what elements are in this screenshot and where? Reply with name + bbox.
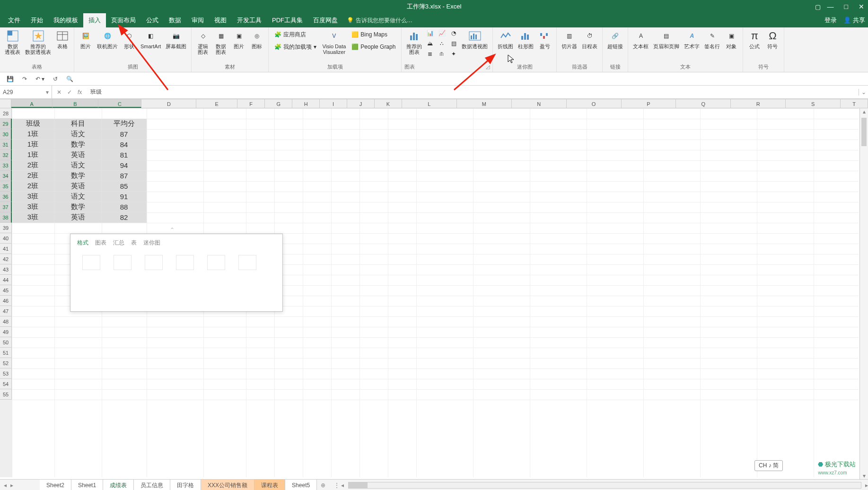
sheet-tab-田字格[interactable]: 田字格 (170, 480, 201, 490)
lens-tab-sparkline[interactable]: 迷你图 (143, 239, 160, 247)
col-header-B[interactable]: B (53, 99, 98, 108)
cell-C35[interactable]: 85 (102, 181, 147, 192)
cell-B36[interactable]: 语文 (54, 192, 102, 202)
row-header-30[interactable]: 30 (0, 129, 12, 140)
lens-opt-4[interactable] (174, 255, 196, 281)
combo-chart-icon[interactable]: ⫙ (437, 49, 447, 59)
tell-me-search[interactable]: 💡告诉我您想要做什么… (347, 17, 412, 25)
table-button[interactable]: 表格 (54, 28, 71, 50)
fx-icon[interactable]: fx (78, 89, 82, 96)
row-header-50[interactable]: 50 (0, 337, 12, 348)
ime-indicator[interactable]: CH ♪ 简 (754, 460, 783, 471)
hyperlink-button[interactable]: 🔗超链接 (605, 28, 625, 50)
lens-tab-table[interactable]: 表 (131, 239, 137, 247)
sparkline-line-button[interactable]: 折线图 (496, 28, 515, 50)
cell-C38[interactable]: 82 (102, 212, 147, 223)
sheet-tab-Sheet1[interactable]: Sheet1 (71, 480, 103, 490)
row-header-42[interactable]: 42 (0, 254, 12, 264)
line-chart-icon[interactable]: 📈 (437, 28, 447, 38)
cell-B35[interactable]: 英语 (54, 181, 102, 192)
cell-B38[interactable]: 英语 (54, 212, 102, 223)
cell-C33[interactable]: 94 (102, 160, 147, 171)
surface-chart-icon[interactable]: ▤ (448, 39, 459, 48)
col-header-N[interactable]: N (512, 99, 567, 108)
cell-C31[interactable]: 84 (102, 140, 147, 150)
headerfooter-button[interactable]: ▤页眉和页脚 (651, 28, 681, 50)
sheet-nav-next[interactable]: ▸ (10, 482, 13, 489)
cancel-formula-icon[interactable]: ✕ (57, 89, 61, 96)
vertical-scrollbar[interactable]: ▴ ▾ (859, 108, 868, 479)
cell-C37[interactable]: 88 (102, 202, 147, 212)
stock-chart-icon[interactable]: ≣ (425, 49, 435, 59)
col-header-J[interactable]: J (347, 99, 375, 108)
people-graph-button[interactable]: 🟩People Graph (351, 42, 395, 52)
cell-A37[interactable]: 3班 (12, 202, 54, 212)
model-1-button[interactable]: ◇逻辑 图表 (194, 28, 211, 56)
row-header-47[interactable]: 47 (0, 306, 12, 316)
row-header-53[interactable]: 53 (0, 368, 12, 379)
tab-view[interactable]: 视图 (209, 13, 232, 27)
visio-button[interactable]: VVisio Data Visualizer (320, 28, 348, 56)
col-header-M[interactable]: M (457, 99, 512, 108)
spreadsheet-grid[interactable]: ABCDEFGHIJKLMNOPQRST 2829303132333435363… (0, 99, 868, 479)
tab-layout[interactable]: 页面布局 (106, 13, 141, 27)
row-header-28[interactable]: 28 (0, 108, 12, 119)
row-header-37[interactable]: 37 (0, 202, 12, 212)
model-2-button[interactable]: ▦数据 图表 (212, 28, 229, 56)
redo-icon[interactable]: ↷ (22, 76, 27, 82)
col-header-T[interactable]: T (841, 99, 868, 108)
col-header-G[interactable]: G (265, 99, 292, 108)
model-3-button[interactable]: ▣图片 (230, 28, 247, 50)
lens-opt-3[interactable] (142, 255, 165, 281)
col-header-F[interactable]: F (237, 99, 265, 108)
object-button[interactable]: ▣对象 (723, 28, 740, 50)
sparkline-column-button[interactable]: 柱形图 (516, 28, 535, 50)
scatter-chart-icon[interactable]: ∴ (437, 39, 447, 48)
screenshot-button[interactable]: 📷屏幕截图 (164, 28, 188, 50)
autosave-icon[interactable]: ▢ (815, 3, 821, 10)
share-button[interactable]: 👤 共享 (843, 16, 865, 25)
login-link[interactable]: 登录 (824, 16, 837, 25)
row-header-46[interactable]: 46 (0, 296, 12, 306)
lens-opt-6[interactable] (236, 255, 259, 281)
quick-analysis-lens[interactable]: ⌃ 格式 图表 汇总 表 迷你图 (70, 234, 283, 312)
namebox-dropdown-icon[interactable]: ▾ (46, 89, 49, 96)
col-header-S[interactable]: S (786, 99, 841, 108)
radar-chart-icon[interactable]: ✦ (448, 49, 459, 59)
row-header-55[interactable]: 55 (0, 389, 12, 400)
col-header-C[interactable]: C (98, 99, 142, 108)
row-header-34[interactable]: 34 (0, 171, 12, 181)
row-header-35[interactable]: 35 (0, 181, 12, 192)
picture-button[interactable]: 🖼️图片 (77, 28, 94, 50)
lens-tab-total[interactable]: 汇总 (113, 239, 124, 247)
wordart-button[interactable]: A艺术字 (682, 28, 701, 50)
bar-chart-icon[interactable]: 📊 (425, 28, 435, 38)
cell-A32[interactable]: 1班 (12, 150, 54, 160)
pie-chart-icon[interactable]: ◔ (448, 28, 459, 38)
online-picture-button[interactable]: 🌐联机图片 (95, 28, 120, 50)
maximize-button[interactable]: □ (844, 3, 848, 10)
vscroll-thumb[interactable] (861, 118, 867, 146)
recommended-charts-button[interactable]: 推荐的 图表 (404, 28, 424, 56)
row-header-51[interactable]: 51 (0, 348, 12, 358)
cell-C32[interactable]: 81 (102, 150, 147, 160)
cell-C30[interactable]: 87 (102, 129, 147, 140)
horizontal-scrollbar[interactable]: ⋮ ◂ ▸ (329, 482, 868, 489)
cell-C36[interactable]: 91 (102, 192, 147, 202)
col-header-D[interactable]: D (141, 99, 196, 108)
row-header-39[interactable]: 39 (0, 223, 12, 233)
row-header-54[interactable]: 54 (0, 379, 12, 389)
tab-insert[interactable]: 插入 (83, 13, 106, 27)
lens-opt-2[interactable] (111, 255, 134, 281)
sparkline-winloss-button[interactable]: 盈亏 (536, 28, 553, 50)
col-header-P[interactable]: P (622, 99, 676, 108)
col-header-I[interactable]: I (320, 99, 347, 108)
tab-template[interactable]: 我的模板 (48, 13, 83, 27)
formula-input[interactable]: 班级 (87, 88, 859, 96)
name-box[interactable]: A29▾ (0, 86, 52, 98)
col-header-R[interactable]: R (731, 99, 786, 108)
store-button[interactable]: 🧩应用商店 (274, 29, 316, 40)
cell-B34[interactable]: 数学 (54, 171, 102, 181)
minimize-button[interactable]: — (827, 3, 834, 10)
row-header-45[interactable]: 45 (0, 285, 12, 296)
